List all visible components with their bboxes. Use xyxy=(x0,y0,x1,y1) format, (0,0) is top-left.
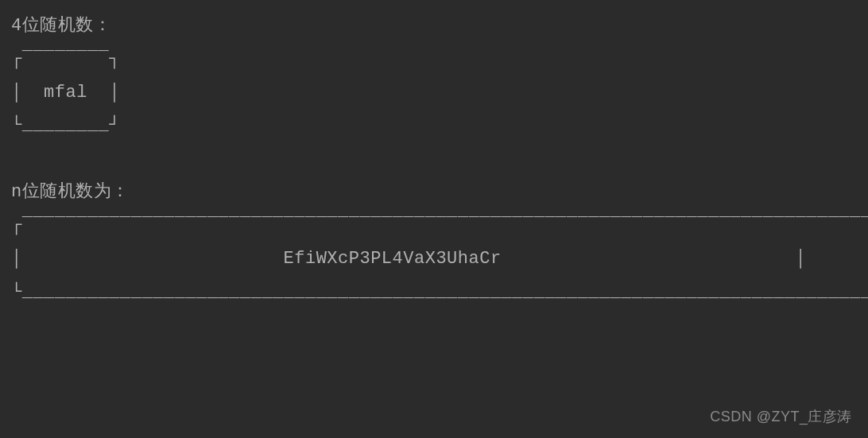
section2-box-top: ┌‾‾‾‾‾‾‾‾‾‾‾‾‾‾‾‾‾‾‾‾‾‾‾‾‾‾‾‾‾‾‾‾‾‾‾‾‾‾‾… xyxy=(11,209,857,242)
section2-title: n位随机数为： xyxy=(11,176,857,209)
watermark-text: CSDN @ZYT_庄彦涛 xyxy=(710,403,852,430)
section2-box-bottom: └_______________________________________… xyxy=(11,276,857,309)
section1-box-bottom: └________┘ xyxy=(11,109,857,142)
section1-box-top: ┌‾‾‾‾‾‾‾‾┐ xyxy=(11,43,857,76)
section1-title: 4位随机数： xyxy=(11,10,857,43)
section2-box-value: │ EfiWXcP3PL4VaX3UhaCr │ xyxy=(11,242,857,276)
section1-box-value: │ mfal │ xyxy=(11,76,857,110)
section-spacer xyxy=(11,142,857,176)
